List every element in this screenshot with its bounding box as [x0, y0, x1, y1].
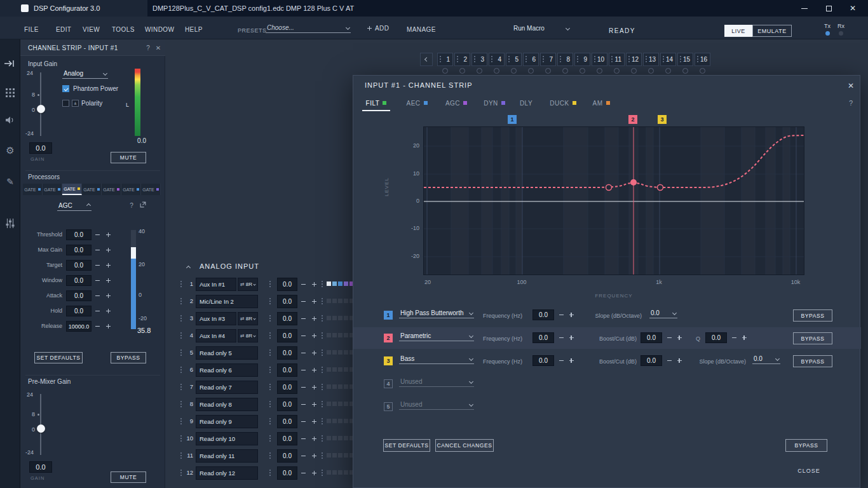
- row-gain-value[interactable]: 0.0: [277, 449, 297, 463]
- channel-tab-1[interactable]: 1: [437, 53, 453, 66]
- decrement-button[interactable]: [299, 449, 308, 463]
- channel-name-input[interactable]: Read only 12: [196, 466, 258, 480]
- filter-response-graph[interactable]: [423, 126, 804, 275]
- close-icon[interactable]: ✕: [154, 43, 163, 52]
- minimize-button[interactable]: [793, 0, 816, 17]
- decrement-button[interactable]: [299, 432, 308, 445]
- increment-button[interactable]: [104, 275, 113, 286]
- channel-name-input[interactable]: Aux In #4: [196, 329, 236, 342]
- drag-handle-icon[interactable]: [269, 435, 271, 442]
- modal-set-defaults-button[interactable]: SET DEFAULTS: [383, 439, 430, 452]
- drag-handle-icon[interactable]: [180, 418, 182, 425]
- row-gain-value[interactable]: 0.0: [277, 278, 297, 291]
- drag-handle-icon[interactable]: [269, 384, 271, 391]
- filter-marker-2[interactable]: 2: [628, 115, 637, 124]
- row-gain-value[interactable]: 0.0: [277, 363, 297, 377]
- channel-name-input[interactable]: Read only 11: [196, 449, 258, 463]
- q-value[interactable]: 0.0: [705, 332, 727, 343]
- frequency-value[interactable]: 0.0: [532, 332, 554, 343]
- input-mute-button[interactable]: MUTE: [111, 152, 146, 163]
- channel-tab-11[interactable]: 11: [609, 53, 625, 66]
- matrix-mixer-icon[interactable]: [0, 84, 20, 102]
- increment-button[interactable]: [104, 306, 113, 316]
- decrement-button[interactable]: [93, 306, 102, 316]
- decrement-button[interactable]: [93, 290, 102, 301]
- processor-slot-tab[interactable]: GATE: [82, 184, 102, 195]
- emulate-button[interactable]: EMULATE: [752, 25, 792, 37]
- drag-handle-icon[interactable]: [180, 315, 182, 322]
- help-icon[interactable]: ?: [144, 43, 153, 52]
- increment-button[interactable]: [309, 381, 319, 394]
- pre-mixer-gain-value[interactable]: 0.0: [29, 461, 52, 473]
- tab-duck[interactable]: DUCK: [544, 95, 582, 111]
- gear-icon[interactable]: ⚙: [0, 142, 20, 159]
- row-gain-value[interactable]: 0.0: [277, 432, 297, 445]
- bypass-button[interactable]: BYPASS: [111, 352, 146, 363]
- drag-handle-icon[interactable]: [180, 470, 182, 477]
- increment-button[interactable]: [309, 398, 319, 411]
- maximize-button[interactable]: [817, 0, 840, 17]
- channel-tab-12[interactable]: 12: [626, 53, 642, 66]
- drag-handle-icon[interactable]: [322, 367, 323, 374]
- decrement-button[interactable]: [299, 329, 308, 342]
- row-gain-value[interactable]: 0.0: [277, 398, 297, 411]
- channel-name-input[interactable]: Aux In #1: [196, 278, 236, 291]
- decrement-button[interactable]: [557, 309, 566, 320]
- filter-marker-3[interactable]: 3: [658, 115, 667, 124]
- modal-bypass-button[interactable]: BYPASS: [785, 439, 827, 452]
- increment-button[interactable]: [104, 245, 113, 255]
- route-select[interactable]: ⇄ 8R: [238, 329, 258, 342]
- channel-name-input[interactable]: Aux In #3: [196, 312, 236, 325]
- processor-slot-tab[interactable]: GATE: [121, 184, 141, 195]
- param-value[interactable]: 0.0: [66, 275, 92, 286]
- tab-dyn[interactable]: DYN: [479, 95, 510, 111]
- decrement-button[interactable]: [665, 332, 674, 343]
- presets-select[interactable]: Choose...: [266, 24, 351, 33]
- drag-handle-icon[interactable]: [269, 452, 271, 459]
- increment-button[interactable]: [740, 332, 749, 343]
- menu-tools[interactable]: TOOLS: [112, 26, 135, 33]
- drag-handle-icon[interactable]: [269, 281, 271, 288]
- menu-edit[interactable]: EDIT: [56, 26, 71, 33]
- drag-handle-icon[interactable]: [180, 452, 182, 459]
- increment-button[interactable]: [309, 415, 319, 428]
- drag-handle-icon[interactable]: [180, 298, 182, 305]
- decrement-button[interactable]: [299, 278, 308, 291]
- param-value[interactable]: 0.0: [66, 245, 92, 255]
- channel-tab-13[interactable]: 13: [643, 53, 659, 66]
- increment-button[interactable]: [104, 321, 113, 332]
- modal-close-icon[interactable]: ✕: [844, 79, 858, 93]
- increment-button[interactable]: [104, 229, 113, 240]
- channel-tab-10[interactable]: 10: [592, 53, 607, 66]
- channel-name-input[interactable]: Mic/Line In 2: [196, 295, 258, 308]
- decrement-button[interactable]: [299, 312, 308, 325]
- drag-handle-icon[interactable]: [180, 401, 182, 408]
- increment-button[interactable]: [309, 432, 319, 445]
- tab-aec[interactable]: AEC: [400, 95, 433, 111]
- channel-tab-14[interactable]: 14: [660, 53, 676, 66]
- channel-name-input[interactable]: Read only 7: [196, 381, 258, 394]
- increment-button[interactable]: [309, 346, 319, 360]
- channel-tab-6[interactable]: 6: [523, 53, 539, 66]
- channel-name-input[interactable]: Read only 5: [196, 346, 258, 360]
- channel-tab-4[interactable]: 4: [489, 53, 505, 66]
- collapse-section-button[interactable]: [182, 262, 194, 273]
- row-gain-value[interactable]: 0.0: [277, 346, 297, 360]
- tabs-back-button[interactable]: [420, 53, 433, 66]
- set-defaults-button[interactable]: SET DEFAULTS: [34, 352, 83, 363]
- channel-tab-8[interactable]: 8: [557, 53, 573, 66]
- drag-handle-icon[interactable]: [322, 298, 323, 305]
- channel-name-input[interactable]: Read only 8: [196, 398, 258, 411]
- drag-handle-icon[interactable]: [269, 298, 271, 305]
- decrement-button[interactable]: [93, 245, 102, 255]
- input-gain-value[interactable]: 0.0: [29, 142, 52, 154]
- drag-handle-icon[interactable]: [269, 401, 271, 408]
- frequency-value[interactable]: 0.0: [532, 309, 554, 320]
- tab-dly[interactable]: DLY: [513, 95, 539, 111]
- close-window-button[interactable]: ✕: [841, 0, 864, 17]
- processor-slot-tab-active[interactable]: GATE: [62, 184, 82, 195]
- drag-handle-icon[interactable]: [269, 470, 271, 477]
- drag-handle-icon[interactable]: [322, 470, 323, 477]
- increment-button[interactable]: [309, 312, 319, 325]
- channel-tab-16[interactable]: 16: [695, 53, 710, 66]
